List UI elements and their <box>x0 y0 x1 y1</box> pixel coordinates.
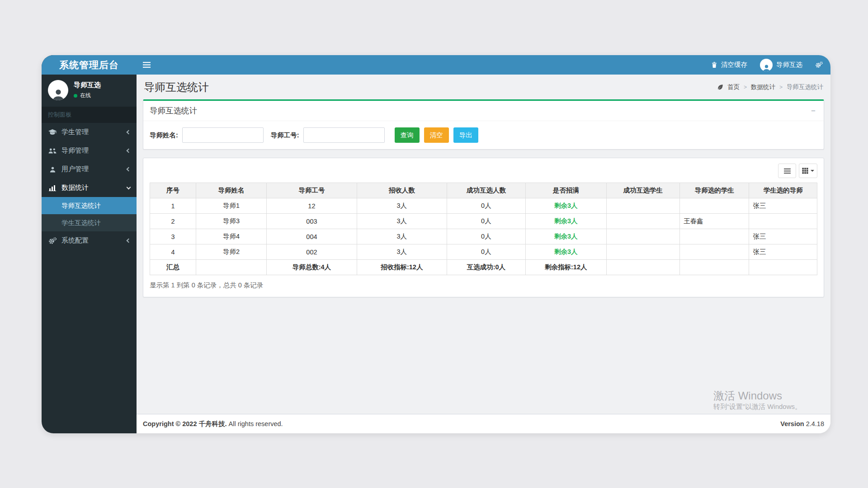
settings-menu-button[interactable] <box>815 61 823 68</box>
footer: Copyright © 2022 千舟科技. All rights reserv… <box>137 414 830 433</box>
table-cell <box>679 198 749 214</box>
table-cell: 0人 <box>447 214 525 229</box>
watermark-line1: 激活 Windows <box>713 389 802 403</box>
app-logo-title: 系统管理后台 <box>59 59 119 71</box>
chevron-left-icon <box>127 167 131 172</box>
columns-grid-icon <box>802 168 808 174</box>
caret-down-icon <box>811 170 814 172</box>
user-icon <box>48 166 57 173</box>
breadcrumb-current: 导师互选统计 <box>787 83 823 91</box>
table-row: 3 导师4 004 3人 0人 剩余3人 张三 <box>150 229 817 244</box>
col-header: 导师选的学生 <box>679 183 749 198</box>
table-cell: 导师2 <box>196 244 266 260</box>
summary-cell <box>749 260 817 275</box>
table-row: 2 导师3 003 3人 0人 剩余3人 王春鑫 <box>150 214 817 229</box>
col-header: 导师姓名 <box>196 183 266 198</box>
table-cell-remaining: 剩余3人 <box>525 244 606 260</box>
col-header: 成功互选学生 <box>606 183 679 198</box>
person-icon <box>762 64 771 71</box>
sidebar-item-system-config[interactable]: 系统配置 <box>42 231 137 250</box>
sidebar-subitem-student-mutual-stats[interactable]: 学生互选统计 <box>42 214 137 231</box>
navbar-user-avatar <box>760 59 773 71</box>
table-cell: 张三 <box>749 244 817 260</box>
col-header: 导师工号 <box>267 183 357 198</box>
graduation-cap-icon <box>48 129 57 136</box>
chevron-left-icon <box>127 130 131 135</box>
table-cell <box>679 244 749 260</box>
top-navbar: 清空缓存 导师互选 <box>137 55 830 75</box>
table-cell: 0人 <box>447 229 525 244</box>
columns-button[interactable] <box>799 164 817 178</box>
col-header: 序号 <box>150 183 196 198</box>
sidebar-subitem-label: 学生互选统计 <box>61 219 101 227</box>
sidebar-item-student-management[interactable]: 学生管理 <box>42 123 137 141</box>
table-cell: 3人 <box>357 214 447 229</box>
windows-activation-watermark: 激活 Windows 转到“设置”以激活 Windows。 <box>713 389 802 411</box>
export-button[interactable]: 导出 <box>453 127 478 143</box>
app-logo[interactable]: 系统管理后台 <box>42 55 137 75</box>
query-button[interactable]: 查询 <box>395 127 420 143</box>
table-cell-remaining: 剩余3人 <box>525 198 606 214</box>
collapse-panel-button[interactable]: − <box>809 107 817 115</box>
summary-cell: 互选成功:0人 <box>447 260 525 275</box>
clear-cache-label: 清空缓存 <box>721 61 747 69</box>
trash-icon <box>711 61 717 68</box>
sidebar-item-label: 用户管理 <box>61 165 89 174</box>
table-cell: 3人 <box>357 244 447 260</box>
table-row: 4 导师2 002 3人 0人 剩余3人 张三 <box>150 244 817 260</box>
table-cell: 3人 <box>357 198 447 214</box>
table-cell: 004 <box>267 229 357 244</box>
summary-cell <box>679 260 749 275</box>
navbar-right: 清空缓存 导师互选 <box>711 59 823 71</box>
table-cell-remaining: 剩余3人 <box>525 229 606 244</box>
table-cell <box>606 229 679 244</box>
person-icon <box>52 88 65 100</box>
content-area: 导师互选统计 首页 > 数据统计 > 导师互选统计 导师互选统计 − <box>137 75 830 414</box>
col-header: 招收人数 <box>357 183 447 198</box>
sidebar-item-data-statistics[interactable]: 数据统计 <box>42 178 137 197</box>
col-header: 成功互选人数 <box>447 183 525 198</box>
chevron-down-icon <box>127 185 131 189</box>
table-cell <box>606 244 679 260</box>
breadcrumb-home[interactable]: 首页 <box>727 83 740 91</box>
toggle-view-button[interactable] <box>778 164 796 178</box>
footer-copyright: Copyright © 2022 千舟科技. All rights reserv… <box>143 420 283 428</box>
sidebar-section-header: 控制面板 <box>42 107 137 123</box>
table-cell: 3 <box>150 229 196 244</box>
table-row: 1 导师1 12 3人 0人 剩余3人 张三 <box>150 198 817 214</box>
mentor-name-input[interactable] <box>182 127 264 143</box>
col-header: 学生选的导师 <box>749 183 817 198</box>
user-avatar <box>48 80 68 100</box>
mentor-name-label: 导师姓名: <box>150 131 178 140</box>
filter-panel: 导师互选统计 − 导师姓名: 导师工号: 查询 清空 导出 <box>143 99 824 150</box>
chevron-left-icon <box>127 239 131 243</box>
table-cell: 002 <box>267 244 357 260</box>
table-cell: 张三 <box>749 198 817 214</box>
content-header: 导师互选统计 首页 > 数据统计 > 导师互选统计 <box>143 75 824 99</box>
table-cell: 0人 <box>447 198 525 214</box>
table-cell <box>679 229 749 244</box>
breadcrumb-data-statistics[interactable]: 数据统计 <box>751 83 775 91</box>
sidebar-subitem-label: 导师互选统计 <box>61 202 101 210</box>
table-header-row: 序号 导师姓名 导师工号 招收人数 成功互选人数 是否招满 成功互选学生 导师选… <box>150 183 817 198</box>
table-cell: 12 <box>267 198 357 214</box>
clear-cache-button[interactable]: 清空缓存 <box>711 61 747 69</box>
sidebar-item-user-management[interactable]: 用户管理 <box>42 160 137 178</box>
summary-cell <box>196 260 266 275</box>
sidebar-subitem-mentor-mutual-stats[interactable]: 导师互选统计 <box>42 197 137 214</box>
sidebar-item-mentor-management[interactable]: 导师管理 <box>42 141 137 160</box>
sidebar-toggle-button[interactable] <box>143 61 151 68</box>
sidebar-user-status[interactable]: 在线 <box>74 92 101 99</box>
hamburger-icon <box>143 61 151 68</box>
breadcrumb: 首页 > 数据统计 > 导师互选统计 <box>717 83 823 91</box>
navbar-user-label: 导师互选 <box>776 61 802 69</box>
record-count-info: 显示第 1 到第 0 条记录，总共 0 条记录 <box>150 281 817 290</box>
table-cell: 导师4 <box>196 229 266 244</box>
cogs-icon <box>48 237 57 244</box>
main-area: 清空缓存 导师互选 导师互选统计 <box>137 55 830 433</box>
table-cell: 0人 <box>447 244 525 260</box>
navbar-user-menu[interactable]: 导师互选 <box>760 59 802 71</box>
clear-button[interactable]: 清空 <box>424 127 449 143</box>
mentor-id-input[interactable] <box>303 127 385 143</box>
footer-copyright-rest: All rights reserved. <box>227 420 283 427</box>
